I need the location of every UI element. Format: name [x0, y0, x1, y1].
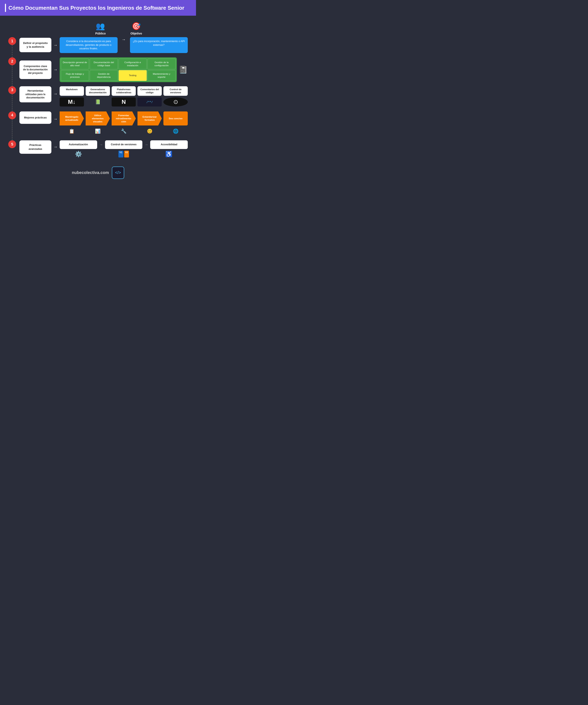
green-cell-7: Testing — [118, 70, 147, 81]
step5-advanced: Automatización → Control de versiones → … — [60, 140, 188, 157]
tool-box-gen: Generadores documentación — [86, 86, 110, 96]
step3-number: 3 — [8, 86, 16, 94]
pentagon-1: Manténgalo actualizado — [60, 111, 84, 126]
step5-container: 5 Prácticas avanzadas → Automatización →… — [8, 140, 188, 161]
publico-label: Público — [95, 32, 106, 35]
step1-content-area: Definir el propósito y la audiencia → Co… — [16, 37, 188, 57]
step4-row: Mejores prácticas → Manténgalo actualiza… — [16, 111, 188, 136]
adv-box-3: Accesibilidad — [150, 140, 188, 149]
tools-icons-row: M↓ 📗 N /**/ ⊙ — [60, 97, 188, 106]
main-content: 👥 Público 🎯 Objetivo 1 Definir el propós… — [0, 16, 196, 187]
notebook-icon: 📓 — [179, 65, 188, 74]
step1-number: 1 — [8, 37, 16, 45]
top-icons-row: 👥 Público 🎯 Objetivo — [50, 22, 188, 35]
tool-box-collab: Plataformas colaborativas — [112, 86, 136, 96]
adv-spacer-2 — [144, 151, 148, 157]
tools-boxes: Markdown Generadores documentación Plata… — [60, 86, 188, 96]
footer-logo: </> — [112, 167, 124, 179]
gen-doc-icon: 📗 — [86, 97, 110, 106]
green-grid: Descripción general de alto nivel Docume… — [60, 57, 177, 82]
adv-icon-2: V1 V2 — [105, 151, 143, 157]
pentagon-4: Estandarizar formatos — [137, 111, 162, 126]
practice-icon-5: 🌐 — [163, 127, 188, 135]
pentagon-5: Sea conciso — [163, 111, 188, 126]
practices-icons-row: 📋 📊 🔧 😊 🌐 — [60, 127, 188, 135]
step1-connector — [12, 45, 12, 57]
step3-left-col: 3 — [8, 86, 16, 111]
step4-arrow: → — [53, 116, 58, 121]
practice-icon-2: 📊 — [86, 127, 110, 135]
step4-connector — [12, 119, 12, 141]
header-accent-bar — [5, 4, 6, 12]
footer-logo-text: </> — [115, 170, 121, 175]
step5-arrow: → — [53, 144, 58, 149]
step5-left-col: 5 — [8, 140, 16, 161]
green-cell-8: Mantenimiento y soporte — [148, 70, 176, 81]
step5-content-area: Prácticas avanzadas → Automatización → C… — [16, 140, 188, 161]
page-wrapper: Cómo Documentan Sus Proyectos los Ingeni… — [0, 0, 196, 187]
step1-container: 1 Definir el propósito y la audiencia → … — [8, 37, 188, 57]
step2-number: 2 — [8, 57, 16, 65]
adv-arrow-2: → — [144, 140, 148, 149]
step5-box: Prácticas avanzadas — [19, 140, 51, 153]
green-cell-1: Descripción general de alto nivel — [61, 59, 89, 69]
publico-icon-item: 👥 Público — [95, 22, 106, 35]
step2-row: Componentes clave de la documentación de… — [16, 57, 188, 82]
step3-tools: Markdown Generadores documentación Plata… — [60, 86, 188, 106]
step1-blue-box-2: ¿Es para incorporación, mantenimiento o … — [130, 37, 188, 53]
practice-icon-1: 📋 — [60, 127, 84, 135]
step4-container: 4 Mejores prácticas → Manténgalo actuali… — [8, 111, 188, 141]
adv-icon-1: ⚙️ — [60, 151, 97, 157]
advanced-row: Automatización → Control de versiones → … — [60, 140, 188, 149]
step3-row: Herramientas utilizadas para la document… — [16, 86, 188, 106]
green-cell-2: Documentación del código base — [90, 59, 118, 69]
step1-inner-arrow: → — [122, 37, 126, 53]
green-cell-6: Gestión de dependencia — [90, 70, 118, 81]
pentagon-3: Fomentar retroalimenta-ción — [112, 111, 136, 126]
notion-icon: N — [112, 97, 136, 106]
step2-content-area: Componentes clave de la documentación de… — [16, 57, 188, 86]
adv-spacer-1 — [99, 151, 103, 157]
footer: nubecolectiva.com </> — [8, 161, 188, 183]
step3-content-area: Herramientas utilizadas para la document… — [16, 86, 188, 111]
adv-box-2: Control de versiones — [105, 140, 143, 149]
step2-arrow: → — [53, 67, 58, 72]
objetivo-icon: 🎯 — [132, 22, 141, 31]
adv-arrow-1: → — [99, 140, 103, 149]
step5-number: 5 — [8, 140, 16, 148]
step2-connector — [12, 65, 12, 86]
step2-content: Descripción general de alto nivel Docume… — [60, 57, 188, 82]
step4-content-area: Mejores prácticas → Manténgalo actualiza… — [16, 111, 188, 141]
code-comment-icon: /**/ — [137, 97, 162, 106]
green-cell-3: Configuración e instalación — [118, 59, 147, 69]
step3-container: 3 Herramientas utilizadas para la docume… — [8, 86, 188, 111]
step1-blue-boxes: Considera si la documentación es para de… — [60, 37, 188, 53]
step1-row: Definir el propósito y la audiencia → Co… — [16, 37, 188, 53]
publico-icon: 👥 — [96, 22, 105, 31]
step1-left-col: 1 — [8, 37, 16, 57]
pentagon-2: Utilice elementos visuales — [86, 111, 110, 126]
step1-arrow: → — [53, 43, 58, 47]
step5-row: Prácticas avanzadas → Automatización → C… — [16, 140, 188, 157]
green-cell-4: Gestión de la configuración — [148, 59, 176, 69]
tool-box-comments: Comentarios del código — [137, 86, 162, 96]
github-icon: ⊙ — [163, 97, 188, 106]
header: Cómo Documentan Sus Proyectos los Ingeni… — [0, 0, 196, 16]
step4-practices: Manténgalo actualizado Utilice elementos… — [60, 111, 188, 136]
practice-icon-4: 😊 — [137, 127, 162, 135]
markdown-icon: M↓ — [60, 97, 84, 106]
adv-box-1: Automatización — [60, 140, 97, 149]
step1-blue-box-1: Considera si la documentación es para de… — [60, 37, 117, 53]
objetivo-icon-item: 🎯 Objetivo — [131, 22, 142, 35]
flow-diagram: 1 Definir el propósito y la audiencia → … — [8, 37, 188, 161]
practice-icon-3: 🔧 — [112, 127, 136, 135]
tool-box-markdown: Markdown — [60, 86, 84, 96]
step1-box: Definir el propósito y la audiencia — [19, 38, 51, 52]
objetivo-label: Objetivo — [131, 32, 142, 35]
pentagon-row: Manténgalo actualizado Utilice elementos… — [60, 111, 188, 126]
step2-container: 2 Componentes clave de la documentación … — [8, 57, 188, 86]
footer-url: nubecolectiva.com — [72, 170, 109, 175]
step3-box: Herramientas utilizadas para la document… — [19, 86, 51, 102]
page-title: Cómo Documentan Sus Proyectos los Ingeni… — [8, 5, 184, 11]
green-cell-5: Flujo de trabajo y procesos — [61, 70, 89, 81]
